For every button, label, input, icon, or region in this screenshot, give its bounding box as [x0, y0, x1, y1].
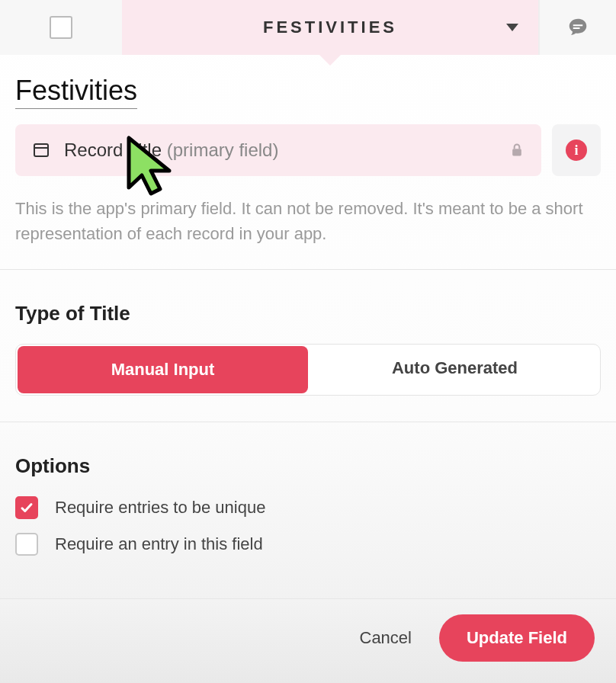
field-qualifier: (primary field) — [167, 139, 279, 160]
tab-label: FESTIVITIES — [263, 18, 397, 37]
segment-auto-generated[interactable]: Auto Generated — [310, 345, 600, 395]
page-title[interactable]: Festivities — [15, 75, 137, 109]
svg-rect-4 — [512, 149, 521, 156]
comments-button[interactable] — [540, 0, 616, 55]
primary-field-card[interactable]: Record Title (primary field) — [15, 124, 541, 176]
title-type-segmented: Manual Input Auto Generated — [15, 344, 601, 396]
update-field-button[interactable]: Update Field — [439, 614, 595, 662]
segment-manual-input[interactable]: Manual Input — [18, 346, 308, 393]
footer-actions: Cancel Update Field — [0, 598, 616, 683]
divider — [0, 422, 616, 422]
checkbox-require-unique[interactable] — [15, 496, 38, 519]
field-label: Record Title (primary field) — [64, 139, 278, 161]
check-icon — [20, 501, 34, 515]
divider — [0, 269, 616, 270]
cancel-button[interactable]: Cancel — [354, 620, 418, 656]
svg-rect-1 — [573, 27, 580, 29]
tab-bar-leading — [0, 0, 122, 55]
info-icon: i — [566, 139, 587, 161]
primary-field-help-text: This is the app's primary field. It can … — [15, 196, 601, 269]
info-button[interactable]: i — [552, 124, 601, 176]
label-require-unique: Require entries to be unique — [55, 498, 265, 518]
options-heading: Options — [15, 454, 601, 478]
select-all-checkbox[interactable] — [50, 16, 72, 39]
svg-rect-0 — [573, 24, 583, 26]
window-icon — [32, 141, 50, 159]
label-require-entry: Require an entry in this field — [55, 534, 263, 554]
lock-icon — [509, 142, 525, 159]
field-name: Record Title — [64, 139, 162, 160]
type-of-title-heading: Type of Title — [15, 302, 601, 325]
checkbox-require-entry[interactable] — [15, 533, 38, 556]
chevron-down-icon[interactable] — [506, 24, 518, 31]
tab-festivities[interactable]: FESTIVITIES — [122, 0, 540, 55]
svg-rect-2 — [34, 144, 48, 156]
tab-bar: FESTIVITIES — [0, 0, 616, 56]
comment-icon — [566, 16, 589, 39]
